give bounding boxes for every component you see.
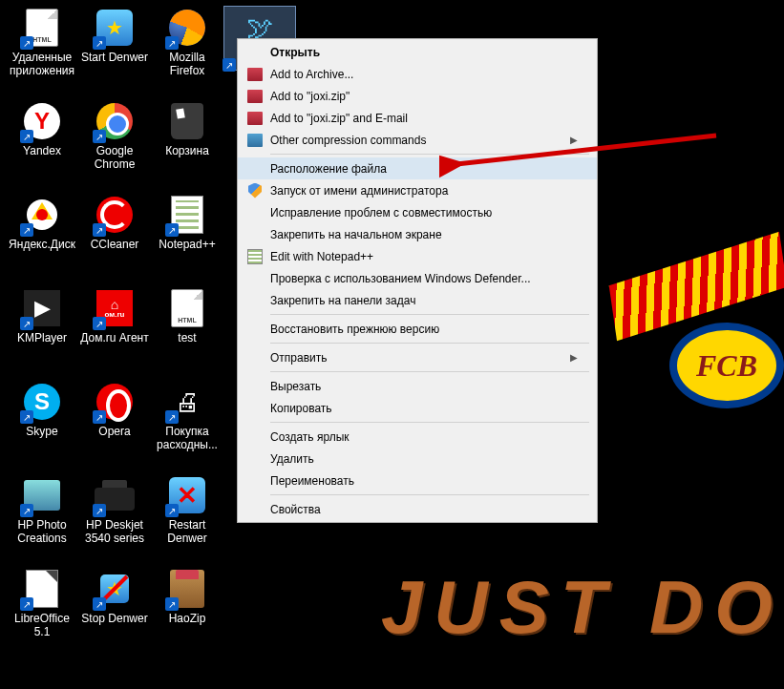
desktop-icon[interactable]: ★ ↗ Start Denwer bbox=[78, 6, 151, 88]
app-icon: ↗ bbox=[167, 195, 207, 235]
menu-item[interactable]: Edit with Notepad++ bbox=[238, 245, 597, 267]
menu-item[interactable]: Переименовать bbox=[238, 470, 597, 491]
menu-item[interactable]: Вырезать bbox=[238, 375, 597, 397]
icon-label: KMPlayer bbox=[15, 332, 69, 345]
menu-item[interactable]: Исправление проблем с совместимостью bbox=[238, 201, 597, 223]
icon-label: Stop Denwer bbox=[79, 613, 149, 626]
shortcut-overlay-icon: ↗ bbox=[93, 597, 106, 611]
archive-icon bbox=[247, 112, 263, 125]
desktop-icon[interactable]: ↗ HP Photo Creations bbox=[6, 473, 78, 555]
app-icon: ↗ bbox=[167, 475, 207, 515]
desktop-icon[interactable]: ↗ Яндекс.Диск bbox=[6, 193, 78, 275]
menu-item-label: Переименовать bbox=[270, 474, 578, 488]
menu-item[interactable]: Восстановить прежнюю версию bbox=[238, 318, 597, 340]
menu-item-label: Закрепить на начальном экране bbox=[270, 228, 578, 241]
menu-item-label: Закрепить на панели задач bbox=[270, 294, 578, 307]
icon-label: Start Denwer bbox=[79, 52, 150, 65]
shortcut-overlay-icon: ↗ bbox=[165, 223, 179, 237]
app-icon: HTML bbox=[167, 288, 207, 328]
menu-separator bbox=[270, 371, 589, 372]
shortcut-overlay-icon: ↗ bbox=[165, 36, 179, 50]
menu-item-label: Расположение файла bbox=[270, 162, 578, 176]
menu-item-label: Отправить bbox=[270, 351, 570, 365]
menu-item[interactable]: Создать ярлык bbox=[238, 426, 597, 448]
shield-icon bbox=[248, 183, 262, 198]
shortcut-overlay-icon: ↗ bbox=[93, 223, 106, 237]
app-icon: ↗ bbox=[95, 195, 135, 235]
shortcut-overlay-icon: ↗ bbox=[93, 410, 106, 424]
desktop-icon[interactable]: ↗ Opera bbox=[78, 380, 151, 462]
menu-separator bbox=[270, 494, 589, 495]
menu-item[interactable]: Копировать bbox=[238, 397, 597, 419]
menu-item[interactable]: Add to "joxi.zip" bbox=[238, 85, 597, 107]
menu-item[interactable]: Свойства bbox=[238, 498, 597, 520]
desktop-icon[interactable]: HTML ↗ Удаленные приложения bbox=[6, 6, 78, 88]
app-icon: HTML ↗ bbox=[22, 8, 62, 48]
shortcut-overlay-icon: ↗ bbox=[20, 130, 33, 143]
desktop-icon[interactable]: ★ ↗ Stop Denwer bbox=[78, 567, 151, 649]
menu-item[interactable]: Other compression commands ▶ bbox=[238, 129, 597, 151]
icon-label: Notepad++ bbox=[157, 239, 217, 252]
menu-item[interactable]: Закрепить на начальном экране bbox=[238, 223, 597, 245]
shortcut-overlay-icon: ↗ bbox=[93, 317, 106, 330]
menu-item[interactable]: Add to Archive... bbox=[238, 63, 597, 85]
shortcut-overlay-icon: ↗ bbox=[20, 36, 33, 50]
menu-separator bbox=[270, 314, 589, 315]
menu-item-label: Открыть bbox=[270, 46, 578, 59]
desktop-icon[interactable]: ↗ Notepad++ bbox=[151, 193, 223, 275]
desktop-icon[interactable]: ▶ ↗ KMPlayer bbox=[6, 286, 78, 368]
menu-separator bbox=[270, 422, 589, 423]
badge-stripes bbox=[609, 232, 784, 341]
app-icon: ↗ bbox=[167, 8, 207, 48]
app-icon: ↗ bbox=[95, 382, 135, 422]
app-icon: ↗ bbox=[95, 475, 135, 515]
menu-item-label: Add to "joxi.zip" and E-mail bbox=[270, 112, 578, 125]
desktop-icon[interactable]: ↗ Mozilla Firefox bbox=[151, 6, 223, 88]
desktop[interactable]: JUST DO FCB HTML ↗ Удаленные приложения … bbox=[0, 0, 784, 689]
notepad-icon bbox=[247, 249, 263, 264]
desktop-icon[interactable]: HTML test bbox=[151, 286, 223, 368]
icon-label: Дом.ru Агент bbox=[78, 332, 150, 345]
archive-icon bbox=[247, 68, 263, 81]
desktop-icon[interactable]: ↗ HP Deskjet 3540 series bbox=[78, 473, 151, 555]
desktop-icon[interactable]: ↗ Restart Denwer bbox=[151, 473, 223, 555]
chevron-right-icon: ▶ bbox=[570, 352, 578, 363]
menu-item-label: Вырезать bbox=[270, 380, 578, 393]
menu-separator bbox=[270, 154, 589, 155]
desktop-icon[interactable]: Y ↗ Yandex bbox=[6, 99, 78, 181]
menu-item-label: Свойства bbox=[270, 503, 578, 516]
icon-label: Яндекс.Диск bbox=[7, 239, 77, 252]
desktop-icon[interactable]: Корзина bbox=[151, 99, 223, 181]
app-icon: 🖨 ↗ bbox=[167, 382, 207, 422]
menu-item[interactable]: Расположение файла bbox=[238, 157, 597, 179]
app-icon: Y ↗ bbox=[22, 101, 62, 141]
app-icon: ▶ ↗ bbox=[22, 288, 62, 328]
menu-item[interactable]: Открыть bbox=[238, 41, 597, 63]
icon-label: HP Deskjet 3540 series bbox=[78, 519, 151, 546]
menu-item-label: Other compression commands bbox=[270, 134, 570, 147]
context-menu: Открыть Add to Archive... Add to "joxi.z… bbox=[237, 38, 598, 523]
app-icon: ↗ bbox=[167, 569, 207, 609]
desktop-icon[interactable]: S ↗ Skype bbox=[6, 380, 78, 462]
desktop-icon[interactable]: 🖨 ↗ Покупка расходны... bbox=[151, 380, 223, 462]
menu-item[interactable]: Add to "joxi.zip" and E-mail bbox=[238, 107, 597, 129]
menu-item[interactable]: Закрепить на панели задач bbox=[238, 289, 597, 311]
desktop-icon[interactable]: ⌂ом.ru ↗ Дом.ru Агент bbox=[78, 286, 151, 368]
menu-item[interactable]: Запуск от имени администратора bbox=[238, 179, 597, 201]
shortcut-overlay-icon: ↗ bbox=[20, 504, 33, 517]
shortcut-overlay-icon: ↗ bbox=[93, 504, 106, 517]
shortcut-overlay-icon: ↗ bbox=[20, 597, 33, 611]
svg-point-1 bbox=[36, 209, 48, 220]
icon-label: Google Chrome bbox=[78, 145, 151, 172]
shortcut-overlay-icon: ↗ bbox=[20, 317, 33, 330]
desktop-icon[interactable]: ↗ LibreOffice 5.1 bbox=[6, 567, 78, 649]
menu-item-label: Запуск от имени администратора bbox=[270, 184, 578, 198]
menu-item[interactable]: Удалить bbox=[238, 448, 597, 470]
desktop-icon[interactable]: ↗ Google Chrome bbox=[78, 99, 151, 181]
menu-item[interactable]: Отправить ▶ bbox=[238, 346, 597, 368]
desktop-icon[interactable]: ↗ CCleaner bbox=[78, 193, 151, 275]
desktop-icon[interactable]: ↗ HaoZip bbox=[151, 567, 223, 649]
icon-label: LibreOffice 5.1 bbox=[6, 613, 78, 639]
menu-item[interactable]: Проверка с использованием Windows Defend… bbox=[238, 267, 597, 289]
app-icon: ↗ bbox=[22, 475, 62, 515]
